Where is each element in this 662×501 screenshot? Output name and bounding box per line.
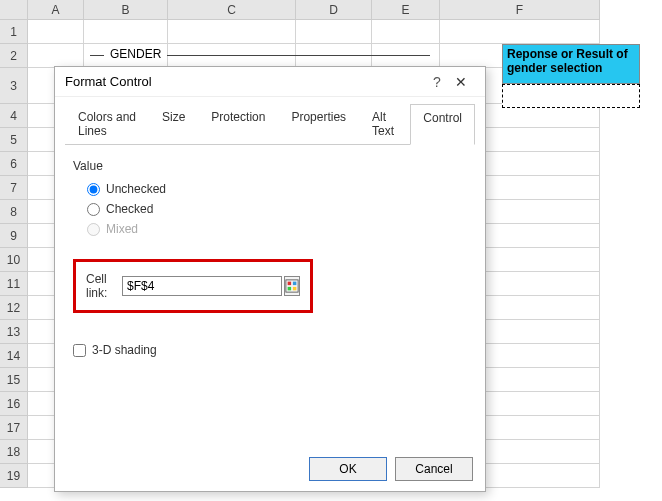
gender-groupbox-label: GENDER: [104, 47, 167, 61]
col-header-e[interactable]: E: [372, 0, 440, 20]
row-header-13[interactable]: 13: [0, 320, 28, 344]
cell-link-input[interactable]: [122, 276, 282, 296]
svg-rect-4: [293, 287, 297, 291]
ok-button[interactable]: OK: [309, 457, 387, 481]
col-header-f[interactable]: F: [440, 0, 600, 20]
col-header-d[interactable]: D: [296, 0, 372, 20]
row-header-7[interactable]: 7: [0, 176, 28, 200]
row-header-10[interactable]: 10: [0, 248, 28, 272]
tab-size[interactable]: Size: [149, 103, 198, 144]
row-header-14[interactable]: 14: [0, 344, 28, 368]
radio-unchecked-label: Unchecked: [106, 182, 166, 196]
radio-mixed-label: Mixed: [106, 222, 138, 236]
row-header-16[interactable]: 16: [0, 392, 28, 416]
svg-rect-2: [293, 282, 297, 286]
row-header-9[interactable]: 9: [0, 224, 28, 248]
dialog-titlebar: Format Control ? ✕: [55, 67, 485, 97]
row-header-3[interactable]: 3: [0, 68, 28, 104]
cell-a1[interactable]: [28, 20, 84, 44]
row-header-8[interactable]: 8: [0, 200, 28, 224]
radio-checked[interactable]: [87, 203, 100, 216]
cell-f3-label: Reponse or Result of gender selection: [502, 44, 640, 84]
cell-link-label: Cell link:: [86, 272, 114, 300]
cancel-button[interactable]: Cancel: [395, 457, 473, 481]
cell-b1[interactable]: [84, 20, 168, 44]
row-header-17[interactable]: 17: [0, 416, 28, 440]
row-header-6[interactable]: 6: [0, 152, 28, 176]
cell-f1[interactable]: [440, 20, 600, 44]
select-all-corner[interactable]: [0, 0, 28, 20]
grid-picker-icon: [285, 279, 299, 293]
tab-protection[interactable]: Protection: [198, 103, 278, 144]
cell-f4-selected[interactable]: [502, 84, 640, 108]
checkbox-3d-shading[interactable]: [73, 344, 86, 357]
cell-c1[interactable]: [168, 20, 296, 44]
value-section-label: Value: [73, 159, 467, 173]
tab-alttext[interactable]: Alt Text: [359, 103, 410, 144]
row-header-15[interactable]: 15: [0, 368, 28, 392]
svg-rect-3: [288, 287, 292, 291]
close-button[interactable]: ✕: [447, 74, 475, 90]
row-header-2[interactable]: 2: [0, 44, 28, 68]
svg-rect-1: [288, 282, 292, 286]
help-button[interactable]: ?: [427, 74, 447, 90]
row-header-11[interactable]: 11: [0, 272, 28, 296]
row-header-19[interactable]: 19: [0, 464, 28, 488]
row-header-5[interactable]: 5: [0, 128, 28, 152]
cell-a2[interactable]: [28, 44, 84, 68]
cell-link-highlight: Cell link:: [73, 259, 313, 313]
row-header-18[interactable]: 18: [0, 440, 28, 464]
cell-e1[interactable]: [372, 20, 440, 44]
format-control-dialog: Format Control ? ✕ Colors and Lines Size…: [54, 66, 486, 492]
col-header-c[interactable]: C: [168, 0, 296, 20]
range-picker-button[interactable]: [284, 276, 300, 296]
radio-mixed: [87, 223, 100, 236]
checkbox-3d-shading-label: 3-D shading: [92, 343, 157, 357]
tab-properties[interactable]: Properties: [278, 103, 359, 144]
radio-checked-label: Checked: [106, 202, 153, 216]
row-header-4[interactable]: 4: [0, 104, 28, 128]
col-header-a[interactable]: A: [28, 0, 84, 20]
col-header-b[interactable]: B: [84, 0, 168, 20]
control-panel: Value Unchecked Checked Mixed Cell link:: [55, 145, 485, 371]
radio-unchecked[interactable]: [87, 183, 100, 196]
tab-colors-lines[interactable]: Colors and Lines: [65, 103, 149, 144]
dialog-title: Format Control: [65, 74, 427, 89]
cell-d1[interactable]: [296, 20, 372, 44]
row-header-1[interactable]: 1: [0, 20, 28, 44]
row-header-12[interactable]: 12: [0, 296, 28, 320]
dialog-tabs: Colors and Lines Size Protection Propert…: [55, 97, 485, 144]
tab-control[interactable]: Control: [410, 104, 475, 145]
